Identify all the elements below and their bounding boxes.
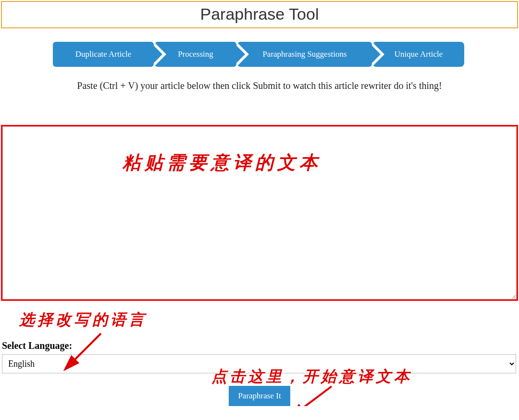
instruction-text: Paste (Ctrl + V) your article below then… bbox=[5, 80, 514, 91]
below-section: 选择改写的语言 Select Language: English 点击这里，开始… bbox=[0, 309, 519, 406]
step-label: Unique Article bbox=[395, 49, 443, 59]
annotation-select-language: 选择改写的语言 bbox=[19, 309, 519, 331]
step-duplicate-article: Duplicate Article bbox=[53, 42, 154, 67]
step-label: Duplicate Article bbox=[75, 49, 132, 59]
article-textarea[interactable] bbox=[2, 126, 517, 299]
step-paraphrasing-suggestions: Paraphrasing Suggestions bbox=[237, 42, 372, 67]
step-processing: Processing bbox=[155, 42, 236, 67]
progress-steps: Duplicate Article Processing Paraphrasin… bbox=[53, 42, 466, 67]
step-unique-article: Unique Article bbox=[373, 42, 464, 67]
page-title: Paraphrase Tool bbox=[2, 5, 517, 24]
submit-row: Paraphrase It bbox=[0, 386, 519, 406]
article-input-highlight: 粘贴需要意译的文本 bbox=[1, 125, 518, 301]
select-language-label: Select Language: bbox=[2, 340, 519, 351]
chevron-right-icon bbox=[152, 44, 162, 64]
chevron-right-icon bbox=[235, 44, 245, 64]
language-select[interactable]: English bbox=[2, 354, 516, 373]
paraphrase-button[interactable]: Paraphrase It bbox=[229, 386, 290, 406]
step-label: Paraphrasing Suggestions bbox=[262, 49, 346, 59]
page-title-bar: Paraphrase Tool bbox=[1, 1, 518, 28]
chevron-right-icon bbox=[371, 44, 381, 64]
step-label: Processing bbox=[178, 49, 213, 59]
